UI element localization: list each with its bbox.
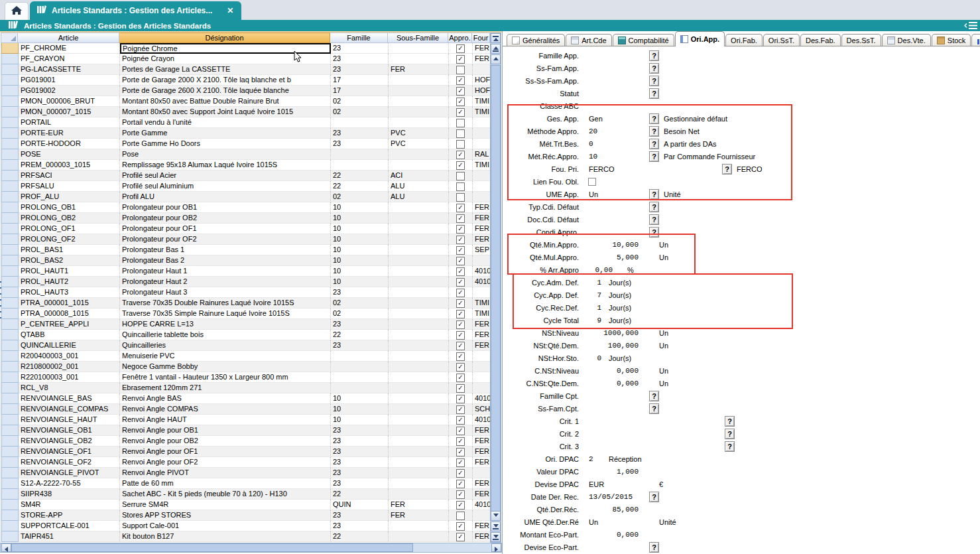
cell-famille[interactable] bbox=[331, 351, 389, 362]
cell-appro[interactable]: ✓ bbox=[449, 266, 473, 277]
cell-fournisseur[interactable] bbox=[473, 372, 491, 383]
cell-fournisseur[interactable]: FER bbox=[473, 43, 491, 54]
cell-fournisseur[interactable]: FER bbox=[473, 330, 491, 340]
cell-appro[interactable]: ✓ bbox=[449, 234, 473, 245]
cell-fournisseur[interactable]: 4010 bbox=[473, 266, 491, 277]
help-button[interactable]: ? bbox=[725, 416, 735, 427]
appro-checkbox[interactable]: ✓ bbox=[456, 533, 465, 541]
tab-ori-app[interactable]: Ori.App. bbox=[675, 31, 725, 46]
field-value[interactable]: 20 bbox=[589, 126, 597, 137]
help-button[interactable]: ? bbox=[649, 214, 659, 225]
cell-appro[interactable]: ✓ bbox=[449, 447, 473, 457]
cell-designation[interactable]: Porte Gamme bbox=[120, 128, 331, 139]
cell-designation[interactable]: Prolongateur pour OB1 bbox=[120, 202, 331, 213]
table-row[interactable]: PG019002Porte de Garage 2600 X 2100. Tôl… bbox=[1, 86, 491, 96]
table-row[interactable]: PROL_HAUT3Prolongateur Haut 323✓ bbox=[1, 287, 491, 298]
appro-checkbox[interactable]: ✓ bbox=[456, 458, 465, 467]
cell-article[interactable]: PTRA_000008_1015 bbox=[19, 309, 120, 319]
cell-sous-famille[interactable] bbox=[389, 447, 449, 457]
appro-checkbox[interactable] bbox=[456, 172, 465, 180]
row-selector[interactable] bbox=[1, 298, 19, 309]
cell-sous-famille[interactable] bbox=[389, 43, 449, 54]
menu-icon[interactable] bbox=[964, 21, 977, 31]
cell-famille[interactable]: 10 bbox=[331, 393, 389, 404]
appro-checkbox[interactable]: ✓ bbox=[456, 416, 465, 425]
appro-checkbox[interactable]: ✓ bbox=[456, 55, 465, 64]
table-row[interactable]: PG-LACASSETTEPortes de Garage La CASSETT… bbox=[1, 64, 491, 75]
cell-famille[interactable]: 23 bbox=[331, 340, 389, 351]
appro-checkbox[interactable]: ✓ bbox=[456, 342, 465, 350]
row-selector[interactable] bbox=[1, 404, 19, 415]
cell-designation[interactable]: Traverse 70x35 Double Rainures Laqué Ivo… bbox=[120, 298, 331, 309]
help-button[interactable]: ? bbox=[649, 76, 659, 86]
table-row[interactable]: RENVOIANGLE_PIVOTRenvoi Angle PIVOT23✓ bbox=[1, 468, 491, 478]
cell-designation[interactable]: Profilé seul Acier bbox=[120, 171, 331, 181]
cell-sous-famille[interactable] bbox=[389, 457, 449, 468]
row-selector[interactable] bbox=[1, 436, 19, 447]
field-checkbox[interactable] bbox=[588, 178, 596, 186]
table-row[interactable]: PG019001Porte de Garage 2000 X 2100. Tôl… bbox=[1, 75, 491, 86]
cell-sous-famille[interactable] bbox=[389, 245, 449, 255]
table-row[interactable]: PORTAILPortail vendu à l'unité bbox=[1, 117, 491, 128]
appro-checkbox[interactable]: ✓ bbox=[456, 278, 465, 287]
cell-famille[interactable]: 10 bbox=[331, 415, 389, 425]
row-selector[interactable] bbox=[1, 330, 19, 340]
cell-famille[interactable]: 10 bbox=[331, 255, 389, 266]
cell-famille[interactable]: 23 bbox=[331, 457, 389, 468]
table-row[interactable]: PF_CRAYONPoignée Crayon23✓FER bbox=[1, 54, 491, 64]
row-selector[interactable] bbox=[1, 287, 19, 298]
row-selector[interactable] bbox=[1, 107, 19, 117]
table-row[interactable]: PTRA_000001_1015Traverse 70x35 Double Ra… bbox=[1, 298, 491, 309]
scroll-page-down-button[interactable] bbox=[491, 521, 501, 531]
cell-fournisseur[interactable]: HOF bbox=[473, 86, 491, 96]
row-selector[interactable] bbox=[1, 213, 19, 224]
cell-appro[interactable]: ✓ bbox=[449, 425, 473, 436]
field-value[interactable]: 5,000 bbox=[587, 252, 639, 263]
cell-famille[interactable]: 23 bbox=[331, 436, 389, 447]
table-row[interactable]: PRFSACIProfilé seul Acier22ACI bbox=[1, 171, 491, 181]
cell-famille[interactable]: 23 bbox=[331, 319, 389, 330]
cell-designation[interactable]: Serrure SM4R bbox=[120, 500, 331, 510]
appro-checkbox[interactable] bbox=[456, 193, 465, 202]
cell-article[interactable]: PTRA_000001_1015 bbox=[19, 298, 120, 309]
column-header-d-signation[interactable]: Désignation bbox=[119, 33, 330, 43]
cell-appro[interactable]: ✓ bbox=[449, 393, 473, 404]
cell-sous-famille[interactable] bbox=[389, 149, 449, 160]
cell-famille[interactable]: 10 bbox=[331, 202, 389, 213]
cell-famille[interactable]: 02 bbox=[331, 192, 389, 202]
cell-article[interactable]: PROL_BAS1 bbox=[19, 245, 120, 255]
cell-famille[interactable] bbox=[331, 117, 389, 128]
cell-sous-famille[interactable] bbox=[389, 96, 449, 107]
field-value[interactable]: 1 bbox=[587, 303, 601, 313]
row-selector[interactable] bbox=[1, 393, 19, 404]
cell-article[interactable]: SUPPORTCALE-001 bbox=[19, 521, 120, 531]
table-row[interactable]: PROL_BAS1Prolongateur Bas 110✓SEP bbox=[1, 245, 491, 255]
cell-fournisseur[interactable] bbox=[473, 362, 491, 372]
horizontal-scrollbar-thumb[interactable] bbox=[11, 543, 413, 552]
help-button[interactable]: ? bbox=[649, 126, 659, 137]
appro-checkbox[interactable]: ✓ bbox=[456, 427, 465, 435]
row-selector[interactable] bbox=[1, 54, 19, 64]
cell-fournisseur[interactable]: FER bbox=[473, 319, 491, 330]
cell-sous-famille[interactable]: FER bbox=[389, 500, 449, 510]
cell-appro[interactable]: ✓ bbox=[449, 330, 473, 340]
cell-article[interactable]: S12-A-2222-70-55 bbox=[19, 478, 120, 489]
cell-sous-famille[interactable] bbox=[389, 468, 449, 478]
table-row[interactable]: PROLONG_OF1Prolongateur pour OF110✓FER bbox=[1, 224, 491, 234]
cell-designation[interactable]: HOPPE CARRE L=13 bbox=[120, 319, 331, 330]
cell-sous-famille[interactable] bbox=[389, 287, 449, 298]
cell-fournisseur[interactable] bbox=[473, 510, 491, 521]
table-row[interactable]: POSEPose✓RAL bbox=[1, 149, 491, 160]
cell-appro[interactable]: ✓ bbox=[449, 245, 473, 255]
cell-designation[interactable]: Profilé seul Aluminium bbox=[120, 181, 331, 192]
cell-fournisseur[interactable] bbox=[473, 64, 491, 75]
cell-appro[interactable]: ✓ bbox=[449, 86, 473, 96]
cell-fournisseur[interactable] bbox=[473, 139, 491, 149]
field-value[interactable]: Gen bbox=[589, 113, 603, 124]
cell-designation[interactable]: Renvoi Angle PIVOT bbox=[120, 468, 331, 478]
cell-appro[interactable]: ✓ bbox=[449, 372, 473, 383]
cell-fournisseur[interactable] bbox=[473, 171, 491, 181]
cell-famille[interactable]: QUIN bbox=[331, 500, 389, 510]
row-selector[interactable] bbox=[1, 160, 19, 171]
help-button[interactable]: ? bbox=[649, 50, 659, 61]
